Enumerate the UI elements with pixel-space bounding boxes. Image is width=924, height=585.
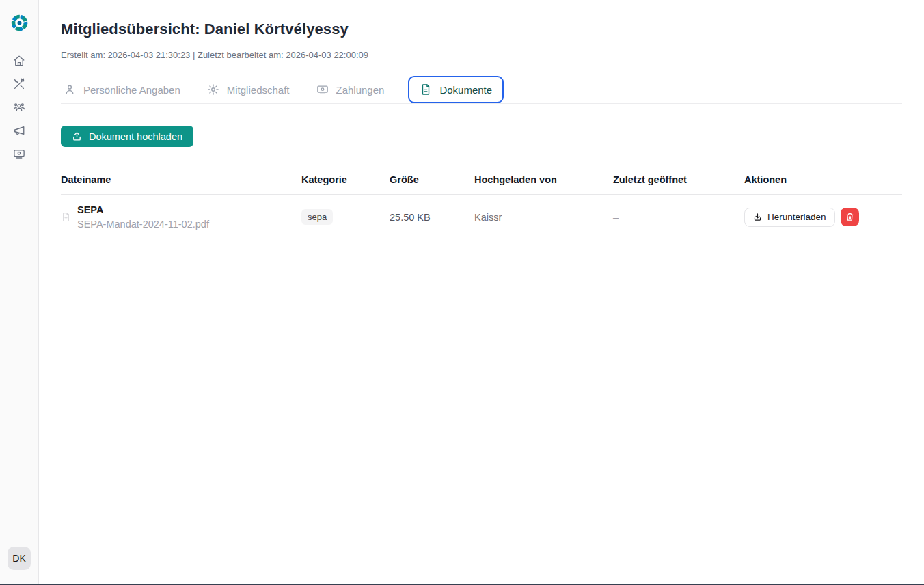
sidebar-item-announcements[interactable] xyxy=(12,124,27,137)
megaphone-icon xyxy=(13,124,25,137)
tools-icon xyxy=(13,78,25,90)
tab-zahlungen[interactable]: Zahlungen xyxy=(314,76,388,103)
tab-label: Persönliche Angaben xyxy=(83,84,180,96)
sidebar-nav xyxy=(12,54,27,160)
table-row: SEPA SEPA-Mandat-2024-11-02.pdf sepa 25.… xyxy=(61,195,902,230)
col-zuletzt-geoeffnet: Zuletzt geöffnet xyxy=(613,174,744,185)
document-icon xyxy=(420,83,432,96)
main-content: Mitgliedsübersicht: Daniel Körtvélyessy … xyxy=(39,21,924,230)
col-aktionen: Aktionen xyxy=(744,174,902,185)
document-title: SEPA xyxy=(77,204,209,215)
col-hochgeladen-von: Hochgeladen von xyxy=(474,174,613,185)
tab-persoenliche-angaben[interactable]: Persönliche Angaben xyxy=(61,76,183,103)
sidebar-item-home[interactable] xyxy=(12,54,27,67)
record-meta: Erstellt am: 2026-04-03 21:30:23 | Zulet… xyxy=(61,50,902,60)
file-name-cell: SEPA SEPA-Mandat-2024-11-02.pdf xyxy=(61,204,301,230)
user-avatar[interactable]: DK xyxy=(8,547,31,570)
tab-mitgliedschaft[interactable]: Mitgliedschaft xyxy=(204,76,293,103)
banknote-icon xyxy=(13,148,25,160)
person-icon xyxy=(64,83,76,96)
sidebar-item-members[interactable] xyxy=(12,100,27,113)
download-button[interactable]: Herunterladen xyxy=(744,208,835,227)
tab-dokumente[interactable]: Dokumente xyxy=(408,76,504,103)
upload-icon xyxy=(72,131,82,141)
col-dateiname: Dateiname xyxy=(61,174,301,185)
last-opened-cell: – xyxy=(613,212,744,223)
upload-button-label: Dokument hochladen xyxy=(89,131,182,142)
category-cell: sepa xyxy=(301,209,390,225)
sidebar-item-tools[interactable] xyxy=(12,77,27,90)
banknote-icon xyxy=(316,83,329,96)
delete-button[interactable] xyxy=(841,208,859,226)
users-icon xyxy=(13,101,25,113)
gear-icon xyxy=(207,83,219,96)
document-filename: SEPA-Mandat-2024-11-02.pdf xyxy=(77,219,209,230)
uploaded-by-cell: Kaissr xyxy=(474,212,613,223)
documents-table: Dateiname Kategorie Größe Hochgeladen vo… xyxy=(61,174,902,230)
tab-label: Dokumente xyxy=(439,84,492,96)
download-button-label: Herunterladen xyxy=(767,212,826,222)
tab-label: Mitgliedschaft xyxy=(227,84,290,96)
actions-cell: Herunterladen xyxy=(744,208,902,227)
page-title: Mitgliedsübersicht: Daniel Körtvélyessy xyxy=(61,21,902,38)
app-logo-icon[interactable] xyxy=(10,14,29,32)
file-icon xyxy=(61,212,71,222)
table-header: Dateiname Kategorie Größe Hochgeladen vo… xyxy=(61,174,902,195)
tab-label: Zahlungen xyxy=(336,84,385,96)
trash-icon xyxy=(845,213,854,221)
col-groesse: Größe xyxy=(390,174,474,185)
size-cell: 25.50 KB xyxy=(390,212,474,223)
col-kategorie: Kategorie xyxy=(301,174,390,185)
sidebar-item-payments[interactable] xyxy=(12,147,27,160)
download-icon xyxy=(753,213,762,221)
upload-document-button[interactable]: Dokument hochladen xyxy=(61,126,193,147)
category-badge: sepa xyxy=(301,209,333,225)
home-icon xyxy=(13,55,25,67)
sidebar: DK xyxy=(0,0,39,585)
tab-bar: Persönliche Angaben Mitgliedschaft Zahlu… xyxy=(61,76,902,104)
